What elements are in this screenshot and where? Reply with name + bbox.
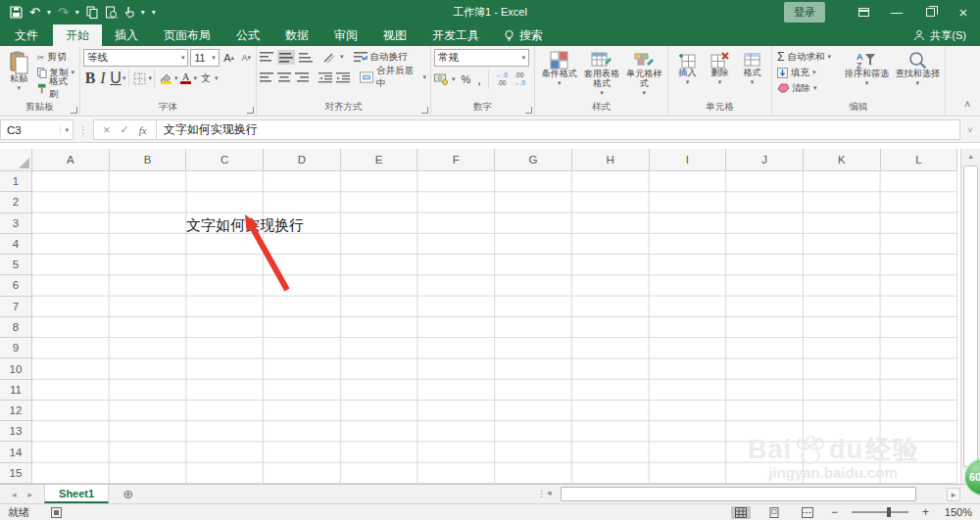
conditional-formatting-button[interactable]: 条件格式 ▾ — [538, 49, 580, 101]
prev-sheet-icon[interactable]: ◂ — [12, 490, 17, 499]
tab-view[interactable]: 视图 — [370, 24, 419, 46]
bold-button[interactable]: B — [83, 70, 97, 87]
font-size-select[interactable]: 11▾ — [190, 49, 219, 67]
share-button[interactable]: 共享(S) — [913, 24, 980, 46]
column-header[interactable]: E — [341, 149, 418, 171]
decrease-decimal-button[interactable]: .00→.0 — [514, 71, 525, 87]
vertical-scrollbar[interactable]: ▴ — [960, 149, 980, 484]
borders-button[interactable] — [131, 70, 149, 87]
percent-style-button[interactable]: % — [462, 73, 471, 85]
touch-mode-caret-icon[interactable]: ▾ — [141, 8, 145, 17]
phonetic-guide-button[interactable]: 文 — [197, 70, 215, 87]
restore-button[interactable] — [913, 0, 947, 24]
insert-cells-button[interactable]: 插入 ▾ — [671, 49, 704, 101]
formula-bar-handle-icon[interactable]: ⋮ — [74, 124, 93, 135]
format-cells-button[interactable]: 格式 ▾ — [736, 49, 768, 101]
copy-icon[interactable] — [86, 6, 98, 19]
vertical-scroll-thumb[interactable] — [963, 165, 978, 467]
find-select-button[interactable]: 查找和选择 ▾ — [892, 49, 943, 101]
row-header[interactable]: 12 — [0, 401, 32, 421]
format-painter-button[interactable]: 格式刷 — [35, 80, 78, 96]
horizontal-scroll-thumb[interactable] — [561, 487, 916, 501]
number-format-select[interactable]: 常规▾ — [434, 49, 529, 67]
orientation-icon[interactable] — [322, 51, 336, 64]
zoom-slider-thumb[interactable] — [887, 507, 891, 517]
tab-review[interactable]: 审阅 — [321, 24, 370, 46]
column-header[interactable]: L — [881, 149, 958, 171]
touch-mode-icon[interactable] — [124, 6, 134, 19]
expand-formula-bar-icon[interactable]: ˅ — [960, 125, 980, 135]
macro-record-icon[interactable] — [51, 507, 62, 518]
new-sheet-icon[interactable]: ⊕ — [109, 485, 147, 503]
increase-decimal-button[interactable]: ←.0.00 — [496, 71, 508, 87]
column-header[interactable]: C — [186, 149, 264, 171]
row-header[interactable]: 6 — [0, 275, 32, 296]
hscroll-left-icon[interactable]: ◂ — [547, 488, 552, 497]
tab-formulas[interactable]: 公式 — [223, 24, 272, 46]
select-all-button[interactable] — [0, 149, 32, 171]
tab-data[interactable]: 数据 — [272, 24, 321, 46]
column-header[interactable]: A — [32, 149, 110, 171]
wrap-text-button[interactable]: 自动换行 — [352, 49, 410, 65]
signin-button[interactable]: 登录 — [784, 2, 825, 23]
row-header[interactable]: 5 — [0, 255, 32, 275]
align-middle-icon[interactable] — [277, 50, 295, 65]
page-layout-view-button[interactable] — [764, 506, 784, 519]
row-header[interactable]: 13 — [0, 421, 32, 442]
redo-caret-icon[interactable]: ▾ — [75, 8, 79, 17]
tab-file[interactable]: 文件 — [0, 24, 53, 46]
tab-developer[interactable]: 开发工具 — [419, 24, 492, 46]
tab-page-layout[interactable]: 页面布局 — [151, 24, 223, 46]
minimize-button[interactable]: — — [880, 0, 913, 24]
increase-indent-icon[interactable] — [336, 72, 350, 83]
row-header[interactable]: 9 — [0, 338, 32, 358]
row-header[interactable]: 2 — [0, 192, 32, 213]
column-header[interactable]: D — [264, 149, 341, 171]
row-header[interactable]: 7 — [0, 297, 32, 317]
font-family-select[interactable]: 等线▾ — [83, 49, 188, 67]
comma-style-button[interactable]: , — [477, 72, 481, 87]
page-break-view-button[interactable] — [798, 506, 817, 519]
close-button[interactable]: × — [947, 0, 980, 24]
row-header[interactable]: 10 — [0, 358, 32, 379]
grow-font-button[interactable]: A▴ — [221, 49, 237, 67]
enter-check-icon[interactable]: ✓ — [121, 123, 129, 136]
delete-cells-button[interactable]: 删除 ▾ — [704, 49, 736, 101]
customize-qat-icon[interactable]: ▾ — [152, 8, 156, 17]
name-box[interactable]: C3 ▾ — [0, 119, 74, 140]
undo-button[interactable]: ↶ — [29, 6, 40, 19]
tab-splitter-icon[interactable]: ⋮ — [537, 489, 546, 498]
row-header[interactable]: 14 — [0, 442, 32, 462]
ribbon-display-options-button[interactable] — [847, 0, 880, 24]
clear-button[interactable]: 清除▾ — [775, 80, 842, 96]
row-header[interactable]: 15 — [0, 463, 32, 484]
align-center-icon[interactable] — [277, 72, 291, 83]
align-bottom-icon[interactable] — [299, 52, 313, 63]
insert-function-button[interactable]: fx — [139, 124, 147, 136]
sort-filter-button[interactable]: AZ 排序和筛选 ▾ — [842, 49, 893, 101]
row-header[interactable]: 4 — [0, 234, 32, 255]
formula-input[interactable]: 文字如何实现换行 — [157, 119, 960, 140]
cell-styles-button[interactable]: 单元格样式 ▾ — [623, 49, 665, 101]
fill-button[interactable]: 填充▾ — [775, 65, 842, 80]
cut-button[interactable]: ✂剪切 — [35, 49, 78, 65]
font-color-button[interactable]: A — [178, 70, 194, 87]
collapse-ribbon-icon[interactable]: ˄ — [964, 99, 970, 110]
tab-insert[interactable]: 插入 — [102, 24, 151, 46]
autosum-button[interactable]: Σ自动求和▾ — [775, 49, 842, 65]
zoom-out-button[interactable]: − — [831, 505, 838, 519]
accounting-format-icon[interactable] — [434, 73, 449, 85]
hscroll-right-icon[interactable]: ▸ — [947, 488, 960, 501]
merge-center-button[interactable]: 合并后居中 ▾ — [358, 70, 428, 85]
row-header[interactable]: 3 — [0, 213, 32, 234]
row-header[interactable]: 11 — [0, 380, 32, 401]
column-header[interactable]: B — [110, 149, 187, 171]
row-header[interactable]: 8 — [0, 317, 32, 338]
zoom-level-label[interactable]: 150% — [943, 506, 972, 518]
orientation-caret-icon[interactable]: ▾ — [340, 53, 344, 61]
sheet-tab-sheet1[interactable]: Sheet1 — [44, 485, 109, 503]
decrease-indent-icon[interactable] — [318, 72, 332, 83]
zoom-slider[interactable] — [852, 511, 908, 513]
next-sheet-icon[interactable]: ▸ — [28, 490, 33, 499]
tab-home[interactable]: 开始 — [53, 24, 102, 46]
